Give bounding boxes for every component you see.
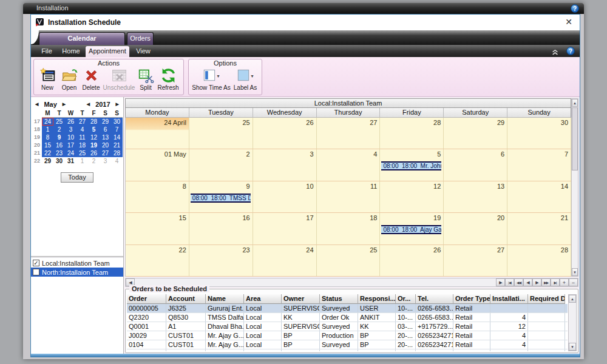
column-header-status[interactable]: Status bbox=[320, 294, 358, 304]
mini-calendar-day[interactable]: 26 bbox=[65, 118, 76, 126]
calendar-cell[interactable]: 1908:00 18:00 Ajay Gaut bbox=[380, 213, 444, 244]
table-row[interactable]: 0104CUST01Mr. Ajay G...LocalBPSurveyedBP… bbox=[127, 349, 568, 351]
table-cell[interactable]: Mr. Ajay G... bbox=[206, 340, 244, 349]
mini-calendar-day[interactable]: 27 bbox=[100, 149, 111, 157]
mini-calendar-day[interactable]: 27 bbox=[76, 118, 88, 126]
table-cell[interactable]: Local bbox=[244, 349, 282, 351]
calendar-cell[interactable]: 10 bbox=[253, 181, 317, 212]
table-cell[interactable] bbox=[490, 304, 528, 312]
table-cell[interactable]: CUST01 bbox=[166, 331, 206, 340]
table-cell[interactable]: Local bbox=[244, 304, 282, 312]
table-cell[interactable]: BP bbox=[358, 331, 396, 340]
table-cell[interactable]: 20-... bbox=[396, 349, 416, 351]
mini-calendar-day[interactable]: 12 bbox=[88, 133, 100, 141]
table-cell[interactable]: Gururaj Ent... bbox=[206, 304, 244, 312]
table-cell[interactable]: 4 bbox=[490, 313, 528, 322]
table-cell[interactable]: 02652342716 bbox=[416, 349, 453, 351]
mini-calendar-day[interactable]: 6 bbox=[100, 126, 111, 133]
team-row-north-installaion-team[interactable]: North:Installaion Team bbox=[31, 268, 123, 277]
table-cell[interactable]: Retail bbox=[453, 322, 490, 331]
table-cell[interactable]: USER bbox=[358, 304, 396, 312]
open-button[interactable]: Open bbox=[58, 67, 80, 91]
calendar-cell[interactable]: 7 bbox=[507, 149, 571, 180]
calendar-cell[interactable]: 17 bbox=[253, 213, 317, 244]
table-cell[interactable]: Surveyed bbox=[320, 304, 358, 312]
mini-calendar-day[interactable]: 25 bbox=[76, 149, 88, 157]
table-cell[interactable]: A1 bbox=[166, 322, 206, 331]
mini-calendar-day[interactable]: 10 bbox=[65, 133, 76, 141]
table-cell[interactable]: Retail bbox=[453, 340, 490, 349]
next-record-button[interactable]: ▶ bbox=[532, 278, 541, 286]
calendar-cell[interactable]: 14 bbox=[507, 181, 571, 212]
table-cell[interactable] bbox=[528, 349, 565, 351]
ribbon-tab-view[interactable]: View bbox=[132, 46, 155, 57]
appointment[interactable]: 08:00 18:00 Mr. John D bbox=[381, 161, 441, 170]
checkbox[interactable]: ✓ bbox=[33, 260, 39, 266]
mini-calendar-day[interactable]: 5 bbox=[88, 126, 100, 133]
table-cell[interactable]: J0029 bbox=[127, 331, 166, 340]
mini-calendar-day[interactable]: 29 bbox=[100, 118, 111, 126]
table-cell[interactable]: Q0001 bbox=[127, 322, 166, 331]
mini-calendar-day[interactable]: 11 bbox=[76, 133, 88, 141]
table-cell[interactable]: J6325 bbox=[166, 304, 206, 312]
table-cell[interactable] bbox=[528, 322, 565, 331]
table-cell[interactable] bbox=[528, 340, 565, 349]
table-cell[interactable]: 20-... bbox=[396, 331, 416, 340]
table-cell[interactable]: 12 bbox=[490, 322, 528, 331]
column-header-installati[interactable]: Installati... bbox=[490, 294, 528, 304]
table-cell[interactable]: CUST01 bbox=[166, 340, 206, 349]
previous-page-button[interactable]: ◀◀ bbox=[514, 278, 523, 286]
calendar-cell[interactable]: 23 bbox=[189, 245, 253, 276]
mini-calendar-day[interactable]: 20 bbox=[100, 141, 111, 149]
close-icon[interactable]: ✕ bbox=[565, 17, 572, 27]
calendar-cell[interactable]: 25 bbox=[189, 118, 253, 149]
mini-calendar-day[interactable]: 9 bbox=[53, 133, 65, 141]
table-cell[interactable]: Local bbox=[244, 340, 282, 349]
calendar-cell[interactable]: 508:00 18:00 Mr. John D bbox=[380, 149, 444, 180]
calendar-cell[interactable]: 26 bbox=[253, 118, 317, 149]
calendar-cell[interactable]: 12 bbox=[380, 181, 444, 212]
table-cell[interactable]: BP bbox=[358, 349, 396, 351]
table-cell[interactable]: Q2320 bbox=[127, 313, 166, 322]
mini-calendar-day[interactable]: 31 bbox=[65, 157, 76, 165]
zoom-in-button[interactable]: + bbox=[560, 278, 569, 286]
column-header-responsi[interactable]: Responsi... bbox=[358, 294, 396, 304]
mini-calendar-day[interactable]: 16 bbox=[53, 141, 65, 149]
first-record-button[interactable]: |◀ bbox=[505, 278, 514, 286]
table-cell[interactable]: Surveyed bbox=[320, 340, 358, 349]
table-cell[interactable]: 02652342716 bbox=[416, 331, 453, 340]
calendar-cell[interactable]: 4 bbox=[317, 149, 381, 180]
calendar-cell[interactable]: 8 bbox=[126, 181, 189, 212]
team-row-local-installation-team[interactable]: ✓ Local:Installation Team bbox=[31, 258, 123, 268]
view-tab-calendar[interactable]: Calendar bbox=[39, 32, 125, 45]
collapse-ribbon-icon[interactable] bbox=[551, 47, 559, 55]
column-header-owner[interactable]: Owner bbox=[282, 294, 320, 304]
table-cell[interactable]: KK bbox=[358, 322, 396, 331]
mini-calendar-day[interactable]: 3 bbox=[100, 157, 111, 165]
table-cell[interactable]: 0104 bbox=[127, 349, 166, 351]
new-button[interactable]: New bbox=[36, 67, 58, 91]
app-titlebar[interactable]: Installation ? bbox=[23, 3, 584, 14]
calendar-cell[interactable]: 16 bbox=[189, 213, 253, 244]
calendar-cell[interactable]: 6 bbox=[444, 149, 507, 180]
table-cell[interactable]: Local bbox=[244, 322, 282, 331]
table-cell[interactable]: Local bbox=[244, 313, 282, 322]
help-icon[interactable]: ? bbox=[571, 4, 579, 13]
calendar-cell[interactable]: 26 bbox=[380, 245, 444, 276]
table-cell[interactable]: SUPERVISOR bbox=[282, 304, 320, 312]
table-cell[interactable]: ANKIT bbox=[358, 313, 396, 322]
table-cell[interactable]: Q8530 bbox=[166, 313, 206, 322]
table-cell[interactable]: TMSS Dalfab bbox=[206, 313, 244, 322]
calendar-cell[interactable]: 27 bbox=[444, 245, 507, 276]
column-header-order[interactable]: Order bbox=[127, 294, 166, 304]
ribbon-tab-appointment[interactable]: Appointment bbox=[86, 46, 129, 57]
table-cell[interactable]: Retail bbox=[453, 349, 490, 351]
mini-calendar-day[interactable]: 4 bbox=[111, 157, 123, 165]
mini-calendar-day[interactable]: 19 bbox=[88, 141, 100, 149]
table-cell[interactable]: 4 bbox=[490, 331, 528, 340]
calendar-cell[interactable]: 28 bbox=[507, 245, 571, 276]
mini-calendar-day[interactable]: 22 bbox=[42, 149, 53, 157]
calendar-cell[interactable]: 21 bbox=[507, 213, 571, 244]
refresh-button[interactable]: Refresh bbox=[155, 67, 181, 91]
calendar-cell[interactable]: 3 bbox=[253, 149, 317, 180]
